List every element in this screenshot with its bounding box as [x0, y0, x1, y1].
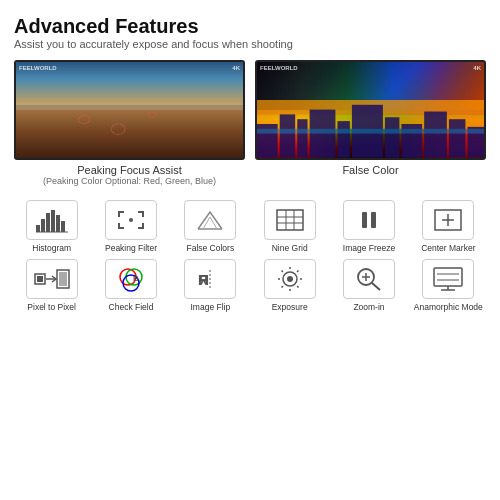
image-freeze-label: Image Freeze [343, 243, 395, 253]
zoom-in-icon [352, 266, 386, 292]
icons-grid: Histogram Peaking Filter [14, 200, 486, 312]
exposure-icon [273, 266, 307, 292]
monitors-row: FEELWORLD 4K Peaking Focus Assist (Peaki… [14, 60, 486, 186]
nine-grid-icon-box [264, 200, 316, 240]
peaking-overlay [16, 62, 243, 158]
center-marker-icon-box [422, 200, 474, 240]
center-marker-item: Center Marker [411, 200, 486, 253]
svg-rect-59 [434, 268, 462, 286]
histogram-icon-box [26, 200, 78, 240]
svg-rect-11 [449, 120, 466, 158]
peaking-filter-icon-box [105, 200, 157, 240]
svg-text:R: R [199, 272, 209, 288]
svg-line-52 [297, 286, 298, 287]
svg-point-46 [287, 276, 293, 282]
right-caption-main: False Color [342, 164, 398, 176]
exposure-label: Exposure [272, 302, 308, 312]
image-flip-icon: R R [193, 266, 227, 292]
pixel-to-pixel-icon [33, 266, 71, 292]
nine-grid-item: Nine Grid [252, 200, 327, 253]
svg-rect-34 [37, 276, 43, 282]
false-colors-icon-box [184, 200, 236, 240]
check-field-label: Check Field [109, 302, 154, 312]
image-freeze-item: Image Freeze [331, 200, 406, 253]
false-colors-label: False Colors [186, 243, 234, 253]
right-monitor: FEELWORLD 4K [255, 60, 486, 160]
image-flip-icon-box: R R [184, 259, 236, 299]
svg-point-21 [129, 218, 133, 222]
svg-line-54 [281, 286, 282, 287]
svg-line-51 [281, 271, 282, 272]
histogram-item: Histogram [14, 200, 89, 253]
svg-rect-17 [51, 210, 55, 232]
check-field-icon: B [114, 266, 148, 292]
left-caption: Peaking Focus Assist (Peaking Color Opti… [43, 164, 216, 186]
peaking-filter-item: Peaking Filter [93, 200, 168, 253]
svg-rect-10 [424, 112, 447, 158]
left-caption-sub: (Peaking Color Optional: Red, Green, Blu… [43, 176, 216, 186]
svg-rect-13 [257, 129, 484, 134]
center-marker-label: Center Marker [421, 243, 475, 253]
svg-rect-37 [59, 272, 67, 286]
pixel-to-pixel-label: Pixel to Pixel [27, 302, 76, 312]
anamorphic-mode-label: Anamorphic Mode [414, 302, 483, 312]
pixel-to-pixel-icon-box [26, 259, 78, 299]
svg-rect-18 [56, 215, 60, 232]
left-monitor: FEELWORLD 4K [14, 60, 245, 160]
pixel-to-pixel-item: Pixel to Pixel [14, 259, 89, 312]
svg-rect-5 [310, 110, 336, 158]
page-title: Advanced Features [14, 14, 486, 38]
right-monitor-bg: FEELWORLD 4K [257, 62, 484, 158]
svg-rect-15 [41, 219, 45, 232]
histogram-label: Histogram [32, 243, 71, 253]
svg-rect-29 [371, 212, 376, 228]
zoom-in-icon-box [343, 259, 395, 299]
exposure-icon-box [264, 259, 316, 299]
right-4k: 4K [473, 65, 481, 71]
false-colors-item: False Colors [173, 200, 248, 253]
svg-rect-14 [36, 225, 40, 232]
image-freeze-icon-box [343, 200, 395, 240]
svg-rect-23 [277, 210, 303, 230]
svg-rect-3 [280, 115, 295, 158]
center-marker-icon [431, 207, 465, 233]
check-field-item: B Check Field [93, 259, 168, 312]
anamorphic-mode-icon [431, 266, 465, 292]
anamorphic-mode-item: Anamorphic Mode [411, 259, 486, 312]
svg-line-56 [372, 283, 380, 290]
left-monitor-bg: FEELWORLD 4K [16, 62, 243, 158]
left-monitor-wrap: FEELWORLD 4K Peaking Focus Assist (Peaki… [14, 60, 245, 186]
svg-rect-8 [385, 118, 399, 158]
svg-rect-28 [362, 212, 367, 228]
nine-grid-icon [273, 207, 307, 233]
svg-rect-16 [46, 213, 50, 232]
svg-rect-6 [337, 122, 349, 158]
exposure-item: Exposure [252, 259, 327, 312]
svg-rect-4 [297, 120, 307, 158]
right-caption: False Color [342, 164, 398, 176]
zoom-in-label: Zoom-in [353, 302, 384, 312]
image-flip-label: Image Flip [190, 302, 230, 312]
page-subtitle: Assist you to accurately expose and focu… [14, 38, 486, 50]
image-flip-item: R R Image Flip [173, 259, 248, 312]
nine-grid-label: Nine Grid [272, 243, 308, 253]
peaking-filter-label: Peaking Filter [105, 243, 157, 253]
peaking-filter-icon [114, 207, 148, 233]
right-monitor-wrap: FEELWORLD 4K [255, 60, 486, 186]
left-caption-main: Peaking Focus Assist [43, 164, 216, 176]
page-container: Advanced Features Assist you to accurate… [0, 0, 500, 500]
svg-line-53 [297, 271, 298, 272]
svg-text:B: B [133, 274, 139, 283]
svg-rect-19 [61, 221, 65, 232]
false-colors-icon [193, 207, 227, 233]
zoom-in-item: Zoom-in [331, 259, 406, 312]
histogram-icon [35, 207, 69, 233]
anamorphic-mode-icon-box [422, 259, 474, 299]
image-freeze-icon [352, 207, 386, 233]
check-field-icon-box: B [105, 259, 157, 299]
right-watermark: FEELWORLD [260, 65, 298, 71]
